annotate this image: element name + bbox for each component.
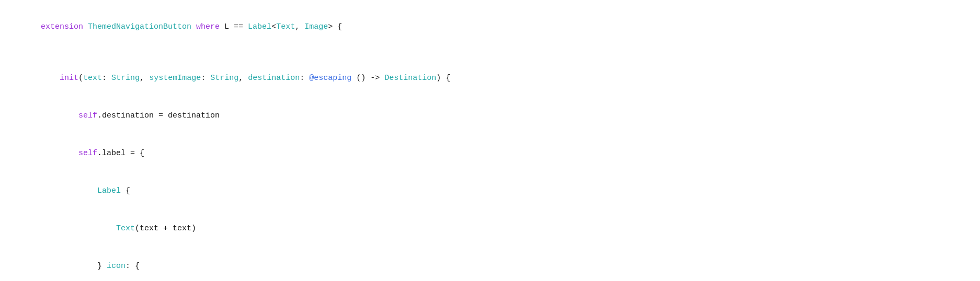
keyword-extension: extension — [41, 22, 88, 31]
code-line-7: Text(text + text) — [0, 210, 980, 248]
code-line-6: Label { — [0, 172, 980, 210]
code-editor: extension ThemedNavigationButton where L… — [0, 0, 980, 281]
code-line-4: self.destination = destination — [0, 97, 980, 135]
code-line-2 — [0, 46, 980, 60]
code-line-5: self.label = { — [0, 135, 980, 172]
keyword-where: where — [196, 22, 220, 31]
code-line-1: extension ThemedNavigationButton where L… — [0, 8, 980, 46]
type-themednavbutton: ThemedNavigationButton — [88, 22, 196, 31]
code-line-3: init(text: String, systemImage: String, … — [0, 60, 980, 97]
code-line-8: } icon: { — [0, 248, 980, 281]
